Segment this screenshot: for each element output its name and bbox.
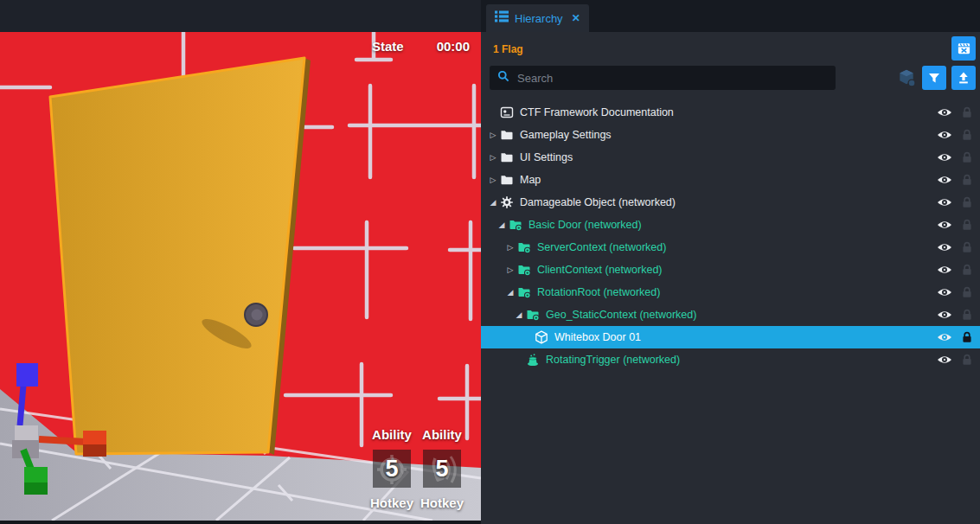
tree-row-ctf-framework-documentation[interactable]: CTF Framework Documentation	[481, 101, 980, 124]
folder-icon	[500, 128, 514, 142]
lock-icon[interactable]	[962, 331, 972, 343]
lock-icon[interactable]	[962, 129, 972, 141]
tree-row-label: RotatingTrigger (networked)	[546, 354, 680, 366]
tab-hierarchy[interactable]: Hierarchy ✕	[486, 4, 589, 32]
expand-arrow-expanded[interactable]: ◢	[505, 289, 516, 297]
upload-button[interactable]	[951, 66, 976, 90]
tree-row-label: Basic Door (networked)	[528, 219, 642, 231]
event-clapperboard-button[interactable]	[951, 36, 976, 61]
visibility-eye-icon[interactable]	[937, 355, 952, 365]
filter-button[interactable]	[922, 66, 946, 90]
lock-icon[interactable]	[962, 106, 972, 118]
visibility-eye-icon[interactable]	[937, 107, 952, 118]
ability-slot-1: Ability 5 Hotkey	[366, 427, 418, 510]
ability-slot-box: 5	[423, 450, 461, 488]
expand-arrow-collapsed[interactable]: ▷	[488, 176, 498, 184]
tab-label: Hierarchy	[515, 12, 563, 25]
tree-row-label: ClientContext (networked)	[537, 264, 663, 276]
expand-arrow-collapsed[interactable]: ▷	[505, 244, 516, 252]
visibility-eye-icon[interactable]	[937, 310, 952, 320]
visibility-eye-icon[interactable]	[937, 152, 952, 163]
expand-arrow-expanded[interactable]: ◢	[514, 311, 524, 319]
visibility-eye-icon[interactable]	[937, 265, 952, 275]
expand-arrow-expanded[interactable]: ◢	[496, 221, 507, 229]
cube-icon	[535, 330, 548, 344]
door-object[interactable]	[50, 58, 311, 455]
tree-row-basic-door-networked[interactable]: ◢Basic Door (networked)	[481, 214, 980, 236]
tree-row-label: Map	[520, 174, 541, 186]
viewport-bottom-edge	[0, 521, 481, 524]
lock-icon[interactable]	[962, 354, 972, 366]
state-label: State	[372, 39, 404, 54]
tree-row-rotatingtrigger-networked[interactable]: RotatingTrigger (networked)	[481, 348, 980, 371]
document-icon	[500, 105, 514, 119]
lock-icon[interactable]	[962, 309, 972, 321]
match-timer: 00:00	[437, 39, 470, 54]
visibility-eye-icon[interactable]	[937, 332, 952, 342]
expand-arrow-collapsed[interactable]: ▷	[488, 154, 498, 162]
close-icon[interactable]: ✕	[572, 12, 580, 24]
folder-icon	[500, 173, 514, 187]
3d-viewport[interactable]: State 00:00 Ability 5 Hotkey Ability	[0, 0, 481, 524]
hotkey-label: Hotkey	[416, 495, 468, 510]
tree-row-servercontext-networked[interactable]: ▷ServerContext (networked)	[481, 236, 980, 259]
visibility-eye-icon[interactable]	[937, 197, 952, 208]
tree-row-rotationroot-networked[interactable]: ◢RotationRoot (networked)	[481, 281, 980, 304]
visibility-eye-icon[interactable]	[937, 130, 952, 140]
search-bar[interactable]	[490, 66, 836, 90]
panel-tab-bar: Hierarchy ✕	[481, 0, 980, 32]
gizmo-x-axis[interactable]	[39, 439, 86, 442]
tree-row-damageable-object-networked[interactable]: ◢Damageable Object (networked)	[481, 191, 980, 214]
lock-icon[interactable]	[962, 196, 972, 208]
door-front-face	[50, 58, 304, 454]
ability-label: Ability	[416, 427, 468, 443]
tree-row-label: Geo_StaticContext (networked)	[546, 309, 696, 321]
door-knob-face	[252, 310, 263, 321]
lock-icon[interactable]	[962, 286, 972, 298]
gizmo-center[interactable]	[15, 425, 38, 442]
tree-row-gameplay-settings[interactable]: ▷Gameplay Settings	[481, 124, 980, 146]
visibility-eye-icon[interactable]	[937, 175, 952, 185]
tree-row-map[interactable]: ▷Map	[481, 169, 980, 191]
expand-arrow-expanded[interactable]: ◢	[488, 199, 498, 207]
hotkey-label: Hotkey	[366, 495, 418, 510]
hierarchy-panel: Hierarchy ✕ 1 Flag	[481, 0, 980, 524]
visibility-eye-icon[interactable]	[937, 220, 952, 230]
folder-badge-icon	[509, 218, 522, 232]
lock-icon[interactable]	[962, 151, 972, 163]
search-icon	[497, 70, 509, 86]
expand-arrow-collapsed[interactable]: ▷	[505, 266, 516, 274]
hotkey-number: 5	[435, 457, 448, 481]
clapperboard-icon	[957, 42, 971, 56]
ability-slot-2: Ability 5 Hotkey	[416, 427, 468, 510]
gizmo-z-axis[interactable]	[20, 386, 23, 425]
tree-row-whitebox-door-01[interactable]: Whitebox Door 01	[481, 326, 980, 348]
hotkey-number: 5	[385, 457, 398, 481]
ability-slot-box: 5	[373, 450, 411, 488]
gizmo-z-handle[interactable]	[16, 363, 38, 387]
tree-row-label: RotationRoot (networked)	[537, 286, 660, 298]
expand-arrow-collapsed[interactable]: ▷	[488, 131, 498, 139]
folder-icon	[500, 150, 514, 164]
gear-icon	[500, 195, 514, 209]
hierarchy-tree: CTF Framework Documentation▷Gameplay Set…	[481, 101, 980, 371]
visibility-eye-icon[interactable]	[937, 287, 952, 297]
lock-icon[interactable]	[962, 174, 972, 186]
lock-icon[interactable]	[962, 219, 972, 231]
filter-icon	[927, 71, 941, 85]
tree-row-label: Damageable Object (networked)	[520, 196, 676, 208]
lock-icon[interactable]	[962, 264, 972, 276]
lock-icon[interactable]	[962, 241, 972, 253]
tree-row-clientcontext-networked[interactable]: ▷ClientContext (networked)	[481, 259, 980, 281]
game-state-hud: State 00:00	[372, 39, 470, 54]
visibility-eye-icon[interactable]	[937, 242, 952, 252]
cube-entity-icon[interactable]	[897, 68, 916, 87]
tree-row-ui-settings[interactable]: ▷UI Settings	[481, 146, 980, 169]
tree-row-geo-staticcontext-networked[interactable]: ◢Geo_StaticContext (networked)	[481, 304, 980, 326]
tree-row-label: CTF Framework Documentation	[520, 106, 674, 118]
trigger-icon	[526, 353, 540, 367]
folder-badge-icon	[517, 285, 531, 299]
search-input[interactable]	[516, 71, 828, 86]
tree-row-label: UI Settings	[520, 151, 573, 163]
editor-window: State 00:00 Ability 5 Hotkey Ability	[0, 0, 980, 524]
